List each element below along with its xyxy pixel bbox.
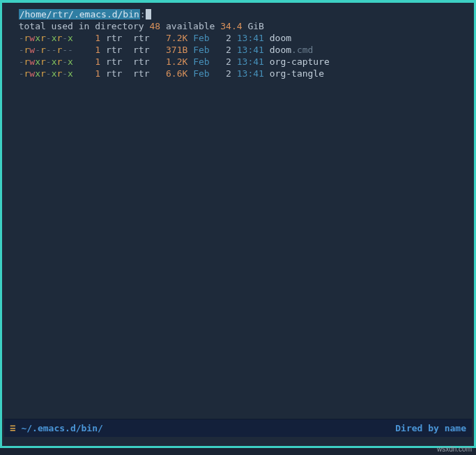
file-name[interactable]: doom bbox=[270, 33, 291, 43]
file-size: 6.6K bbox=[160, 68, 187, 79]
menu-icon[interactable]: ≡ bbox=[10, 422, 15, 434]
used-blocks: 48 bbox=[150, 21, 161, 31]
dired-path-header: /home/rtr/.emacs.d/bin: bbox=[2, 8, 474, 20]
owner: rtr bbox=[106, 68, 122, 79]
owner: rtr bbox=[106, 33, 122, 43]
file-name[interactable]: org-capture bbox=[270, 56, 330, 67]
file-time: 13:41 bbox=[237, 33, 264, 43]
available-size: 34.4 bbox=[220, 21, 242, 31]
file-day: 2 bbox=[220, 45, 231, 55]
current-directory: /home/rtr/.emacs.d/bin bbox=[19, 9, 140, 20]
dired-file-row[interactable]: -rw-r--r-- 1 rtr rtr 371B Feb 2 13:41 do… bbox=[2, 44, 474, 56]
file-size: 7.2K bbox=[160, 33, 187, 43]
group: rtr bbox=[133, 68, 155, 79]
dired-file-row[interactable]: -rwxr-xr-x 1 rtr rtr 6.6K Feb 2 13:41 or… bbox=[2, 68, 474, 79]
group: rtr bbox=[133, 33, 155, 43]
file-name[interactable]: org-tangle bbox=[270, 68, 324, 79]
file-month: Feb bbox=[193, 45, 209, 55]
owner: rtr bbox=[106, 45, 122, 55]
file-time: 13:41 bbox=[237, 56, 264, 67]
link-count: 1 bbox=[84, 56, 100, 67]
dired-buffer[interactable]: /home/rtr/.emacs.d/bin: total used in di… bbox=[2, 3, 474, 79]
watermark: wsxdn.com bbox=[437, 443, 472, 455]
modeline: ≡ ~/.emacs.d/bin/ Dired by name bbox=[4, 419, 472, 437]
editor-frame: /home/rtr/.emacs.d/bin: total used in di… bbox=[0, 0, 476, 448]
group: rtr bbox=[133, 45, 155, 55]
link-count: 1 bbox=[84, 45, 100, 55]
file-size: 1.2K bbox=[160, 56, 187, 67]
file-month: Feb bbox=[193, 68, 209, 79]
dired-summary: total used in directory 48 available 34.… bbox=[2, 20, 474, 32]
dired-file-row[interactable]: -rwxr-xr-x 1 rtr rtr 1.2K Feb 2 13:41 or… bbox=[2, 56, 474, 68]
modeline-buffer-path: ~/.emacs.d/bin/ bbox=[21, 422, 395, 434]
file-day: 2 bbox=[220, 68, 231, 79]
group: rtr bbox=[133, 56, 155, 67]
file-time: 13:41 bbox=[237, 45, 264, 55]
file-month: Feb bbox=[193, 33, 209, 43]
header-colon: : bbox=[140, 9, 146, 20]
modeline-major-mode: Dired by name bbox=[395, 422, 466, 434]
link-count: 1 bbox=[84, 33, 100, 43]
cursor bbox=[146, 9, 151, 20]
file-day: 2 bbox=[220, 56, 231, 67]
file-day: 2 bbox=[220, 33, 231, 43]
file-size: 371B bbox=[160, 45, 187, 55]
file-name[interactable]: doom bbox=[270, 45, 291, 55]
link-count: 1 bbox=[84, 68, 100, 79]
file-ext[interactable]: .cmd bbox=[291, 45, 313, 55]
owner: rtr bbox=[106, 56, 122, 67]
file-month: Feb bbox=[193, 56, 209, 67]
file-time: 13:41 bbox=[237, 68, 264, 79]
dired-file-row[interactable]: -rwxr-xr-x 1 rtr rtr 7.2K Feb 2 13:41 do… bbox=[2, 32, 474, 44]
